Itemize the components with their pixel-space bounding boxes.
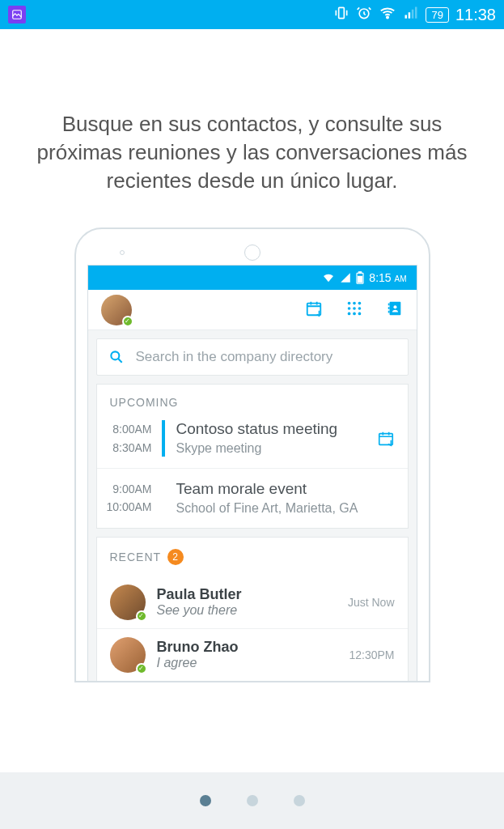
pager-dot[interactable] — [294, 795, 305, 806]
meeting-subtitle: School of Fine Art, Marietta, GA — [176, 501, 395, 516]
onboarding-pager — [0, 772, 504, 829]
svg-point-13 — [358, 307, 361, 310]
svg-point-11 — [347, 307, 350, 310]
meeting-subtitle: Skype meeting — [176, 441, 371, 456]
pager-dot[interactable] — [200, 795, 211, 806]
svg-rect-19 — [388, 307, 389, 309]
meeting-title: Team morale event — [176, 480, 395, 498]
battery-icon — [356, 271, 364, 284]
device-status-bar: 79 11:38 — [0, 0, 504, 29]
message-time: Just Now — [348, 596, 395, 609]
meeting-accent-bar — [162, 480, 165, 517]
mock-phone-illustration: 8:15 AM — [74, 227, 430, 682]
meeting-title: Contoso status meeting — [176, 420, 371, 438]
svg-point-21 — [393, 305, 396, 308]
presence-available-icon — [122, 316, 133, 327]
battery-indicator: 79 — [426, 7, 448, 23]
pager-dot[interactable] — [247, 795, 258, 806]
status-time: 11:38 — [455, 6, 496, 24]
wifi-icon — [322, 271, 335, 284]
search-input[interactable]: Search in the company directory — [96, 338, 409, 376]
contact-avatar — [110, 585, 146, 620]
signal-icon — [403, 5, 419, 25]
recent-count-badge: 2 — [167, 549, 184, 565]
svg-point-3 — [387, 16, 388, 18]
svg-rect-18 — [388, 303, 389, 305]
dialpad-icon[interactable] — [345, 300, 363, 321]
search-placeholder: Search in the company directory — [136, 349, 333, 365]
recent-conversation-row[interactable]: Bruno Zhao I agree 12:30PM — [97, 628, 408, 681]
my-avatar[interactable] — [101, 295, 132, 325]
meeting-start-time: 8:00AM — [97, 420, 152, 438]
meeting-row[interactable]: 9:00AM 10:00AM Team morale event School … — [97, 468, 408, 528]
last-message: I agree — [157, 656, 338, 670]
meeting-end-time: 8:30AM — [97, 439, 152, 457]
skype-meeting-icon[interactable] — [371, 420, 395, 457]
contact-avatar — [110, 637, 146, 673]
app-notification-badge — [8, 6, 26, 23]
signal-icon — [340, 272, 351, 283]
svg-rect-5 — [359, 272, 362, 274]
svg-point-10 — [358, 302, 361, 305]
presence-available-icon — [136, 610, 147, 622]
contact-name: Bruno Zhao — [157, 639, 338, 656]
mock-status-time: 8:15 AM — [369, 271, 406, 284]
recent-conversation-row[interactable]: Paula Butler See you there Just Now — [97, 576, 408, 628]
svg-point-9 — [353, 302, 356, 305]
presence-available-icon — [136, 663, 147, 674]
svg-point-16 — [358, 312, 361, 315]
contacts-icon[interactable] — [386, 300, 404, 321]
svg-point-22 — [111, 352, 119, 360]
onboarding-description: Busque en sus contactos, y consulte sus … — [0, 29, 504, 227]
svg-rect-1 — [339, 7, 345, 18]
svg-point-15 — [353, 312, 356, 315]
meeting-end-time: 10:00AM — [97, 498, 152, 516]
upcoming-header: UPCOMING — [97, 385, 408, 420]
svg-rect-20 — [388, 311, 389, 313]
svg-point-14 — [347, 312, 350, 315]
meeting-start-time: 9:00AM — [97, 480, 152, 498]
svg-point-8 — [347, 302, 350, 305]
svg-point-12 — [353, 307, 356, 310]
contact-name: Paula Butler — [157, 586, 337, 603]
wifi-icon — [379, 4, 396, 26]
alarm-icon — [356, 5, 372, 25]
last-message: See you there — [157, 603, 337, 618]
svg-rect-6 — [358, 277, 362, 283]
mock-app-bar — [88, 290, 417, 330]
search-icon — [108, 349, 125, 365]
meeting-accent-bar — [162, 420, 165, 457]
calendar-icon[interactable] — [305, 300, 323, 321]
vibrate-icon — [333, 5, 349, 25]
recent-card: RECENT 2 Paula Butler See you there — [96, 537, 409, 681]
mock-status-bar: 8:15 AM — [88, 266, 417, 290]
message-time: 12:30PM — [349, 648, 394, 661]
recent-header: RECENT 2 — [97, 538, 408, 576]
upcoming-card: UPCOMING 8:00AM 8:30AM Contoso status me… — [96, 384, 409, 529]
meeting-row[interactable]: 8:00AM 8:30AM Contoso status meeting Sky… — [97, 420, 408, 468]
